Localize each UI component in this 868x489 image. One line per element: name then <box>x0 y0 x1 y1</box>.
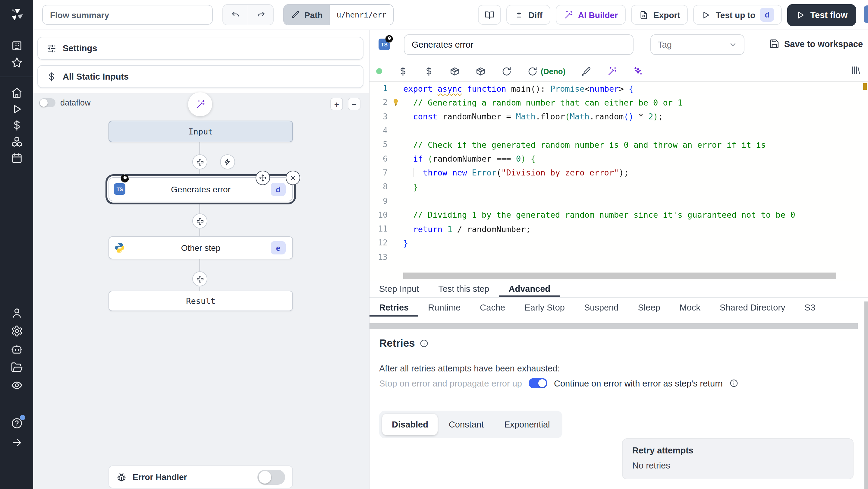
subtab-shared-directory[interactable]: Shared Directory <box>710 298 795 316</box>
retries-exhausted-text: After all retries attempts have been exh… <box>379 364 560 373</box>
node-input[interactable]: Input <box>108 121 293 142</box>
all-static-inputs-button[interactable]: All Static Inputs <box>37 65 364 88</box>
zoom-in-button[interactable]: + <box>330 98 343 110</box>
export-button[interactable]: Export <box>631 5 688 25</box>
toolbar-brush-icon[interactable] <box>581 66 591 76</box>
subtab-sleep[interactable]: Sleep <box>628 298 670 316</box>
sidebar-item-help[interactable] <box>9 416 24 430</box>
sidebar-item-workspace[interactable] <box>9 39 24 53</box>
node-step-other-step[interactable]: Other step e <box>108 236 293 259</box>
code-line-1[interactable]: 1export async function main(): Promise<n… <box>370 82 868 96</box>
node-result[interactable]: Result <box>108 291 293 311</box>
retry-mode-constant[interactable]: Constant <box>439 414 493 435</box>
code-line-6[interactable]: 6 if (randomNumber === 0) { <box>370 152 868 166</box>
move-step-button[interactable] <box>255 171 270 185</box>
test-flow-button[interactable]: Test flow <box>787 4 856 26</box>
code-line-11[interactable]: 11 return 1 / randomNumber; <box>370 222 868 236</box>
flow-ai-button[interactable] <box>188 92 212 116</box>
code-line-2[interactable]: 2 // Generating a random number that can… <box>370 96 868 110</box>
add-step-button[interactable] <box>192 213 207 228</box>
sidebar-item-favorites[interactable] <box>9 56 24 70</box>
delete-step-button[interactable] <box>286 171 300 185</box>
continue-on-error-toggle[interactable] <box>529 378 547 388</box>
sidebar-expand[interactable] <box>9 435 24 450</box>
add-trigger-button[interactable] <box>220 154 235 170</box>
retry-mode-exponential[interactable]: Exponential <box>495 414 560 435</box>
dataflow-label: dataflow <box>60 98 91 107</box>
dataflow-toggle[interactable] <box>39 98 56 107</box>
path-button[interactable]: Path u/henri/err <box>283 4 394 25</box>
sidebar-item-runs[interactable] <box>9 102 24 116</box>
error-handler-toggle[interactable] <box>257 469 285 485</box>
toolbar-reload-icon[interactable]: (Deno) <box>527 66 565 76</box>
subtab-s3[interactable]: S3 <box>795 298 825 316</box>
flow-settings-button[interactable]: Settings <box>37 37 364 60</box>
deploy-button-edge[interactable] <box>864 5 868 23</box>
sidebar-item-users[interactable] <box>9 306 24 320</box>
sidebar-item-home[interactable] <box>9 86 24 100</box>
add-step-button[interactable] <box>192 271 207 286</box>
save-to-workspace-button[interactable]: Save to workspace <box>769 39 863 49</box>
sidebar-item-audit[interactable] <box>9 378 24 393</box>
toolbar-dollar-icon[interactable] <box>424 66 434 76</box>
sidebar-item-ai[interactable] <box>9 342 24 356</box>
code-line-7[interactable]: 7 throw new Error("Division by zero erro… <box>370 166 868 180</box>
editor-horizontal-scrollbar[interactable] <box>403 273 836 279</box>
code-line-9[interactable]: 9 <box>370 194 868 208</box>
subtab-cache[interactable]: Cache <box>470 298 515 316</box>
bug-icon <box>116 472 127 482</box>
panel-vertical-scrollbar[interactable] <box>864 302 868 489</box>
tab-advanced[interactable]: Advanced <box>499 280 560 297</box>
subtabs-scrollbar[interactable] <box>370 323 858 329</box>
subtab-mock[interactable]: Mock <box>670 298 710 316</box>
code-line-8[interactable]: 8 } <box>370 180 868 194</box>
subtab-runtime[interactable]: Runtime <box>418 298 470 316</box>
flow-summary-input[interactable]: Flow summary <box>42 5 213 25</box>
step-name-input[interactable]: Generates error <box>404 34 633 55</box>
subtab-suspend[interactable]: Suspend <box>575 298 628 316</box>
add-step-button[interactable] <box>192 154 207 170</box>
retry-mode-disabled[interactable]: Disabled <box>382 414 438 435</box>
ai-builder-button[interactable]: AI Builder <box>556 5 626 25</box>
tag-select[interactable]: Tag <box>650 34 744 55</box>
undo-button[interactable] <box>223 5 248 25</box>
windmill-logo-icon[interactable] <box>8 7 25 23</box>
subtab-early-stop[interactable]: Early Stop <box>515 298 575 316</box>
sidebar-item-schedules[interactable] <box>9 151 24 165</box>
zoom-out-button[interactable]: − <box>348 98 361 110</box>
sidebar-item-resources[interactable] <box>9 134 24 149</box>
tab-step-input[interactable]: Step Input <box>370 280 429 297</box>
tab-test-this-step[interactable]: Test this step <box>429 280 499 297</box>
toolbar-wand-icon[interactable] <box>607 66 617 76</box>
diff-button[interactable]: Diff <box>506 5 550 25</box>
toolbar-reload-icon[interactable] <box>501 66 512 76</box>
subtab-retries[interactable]: Retries <box>370 298 418 316</box>
sidebar-item-settings[interactable] <box>9 324 24 338</box>
code-line-5[interactable]: 5 // Check if the generated random numbe… <box>370 137 868 152</box>
toolbar-dollar-icon[interactable] <box>398 66 408 76</box>
test-up-to-button[interactable]: Test up to d <box>693 5 782 25</box>
code-editor[interactable]: 1export async function main(): Promise<n… <box>370 81 868 281</box>
toolbar-package-icon[interactable] <box>475 66 486 76</box>
code-line-3[interactable]: 3 const randomNumber = Math.floor(Math.r… <box>370 110 868 124</box>
all-static-inputs-label: All Static Inputs <box>63 72 129 82</box>
edge-input-step1 <box>199 142 200 155</box>
info-icon[interactable] <box>420 339 429 348</box>
code-line-12[interactable]: 12} <box>370 236 868 250</box>
toolbar-status-dot-icon[interactable] <box>376 68 382 74</box>
info-icon[interactable] <box>730 379 738 388</box>
library-panel-icon[interactable] <box>850 65 861 75</box>
error-handler-card[interactable]: Error Handler <box>108 465 293 488</box>
redo-button[interactable] <box>248 5 273 25</box>
lightbulb-icon[interactable] <box>392 99 399 106</box>
toolbar-sparkles-icon[interactable] <box>633 66 643 76</box>
code-line-10[interactable]: 10 // Dividing 1 by the generated random… <box>370 208 868 222</box>
code-line-13[interactable]: 13 <box>370 250 868 264</box>
diff-icon <box>514 10 524 20</box>
code-line-4[interactable]: 4 <box>370 124 868 138</box>
toolbar-package-icon[interactable] <box>450 66 460 76</box>
sidebar-item-variables[interactable] <box>9 118 24 133</box>
sidebar-item-folders[interactable] <box>9 360 24 374</box>
brush-icon <box>581 66 591 76</box>
docs-button[interactable] <box>478 5 501 25</box>
